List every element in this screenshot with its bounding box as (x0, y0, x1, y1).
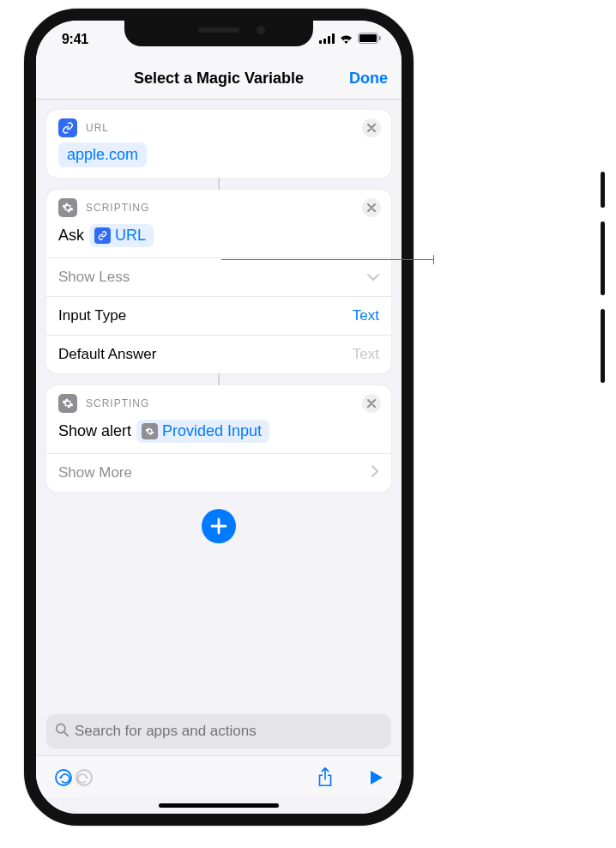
url-value-pill[interactable]: apple.com (58, 142, 147, 167)
device-notch (124, 19, 313, 46)
search-bar[interactable] (46, 714, 391, 748)
clear-action-button[interactable] (362, 198, 381, 217)
gear-icon (58, 198, 77, 217)
share-button[interactable] (316, 766, 335, 789)
svg-rect-1 (323, 39, 326, 44)
link-icon (94, 227, 111, 244)
action-title: Ask (58, 227, 84, 245)
flow-connector (218, 178, 220, 190)
cellular-icon (319, 32, 335, 47)
show-more-row[interactable]: Show More (46, 453, 391, 492)
chevron-down-icon (367, 269, 379, 286)
phone-frame: 9:41 Select a Magic Variable Done URL (24, 9, 414, 826)
action-card-show-alert[interactable]: SCRIPTING Show alert Provided Input Show… (46, 385, 391, 492)
svg-rect-0 (319, 40, 322, 44)
action-category-label: SCRIPTING (86, 202, 149, 214)
wifi-icon (339, 32, 353, 47)
svg-rect-5 (359, 34, 377, 42)
flow-connector (218, 373, 220, 385)
done-button[interactable]: Done (349, 70, 388, 88)
gear-icon (58, 394, 77, 413)
action-card-ask[interactable]: SCRIPTING Ask URL Show Less (46, 190, 391, 373)
default-answer-placeholder: Text (353, 346, 379, 363)
link-icon (58, 118, 77, 137)
magic-variable-url[interactable]: URL (89, 224, 154, 247)
gear-icon (142, 423, 158, 439)
search-icon (55, 723, 69, 741)
callout-tick (433, 255, 434, 264)
page-title: Select a Magic Variable (134, 70, 304, 88)
add-action-button[interactable] (202, 509, 236, 543)
bottom-area (36, 714, 402, 814)
home-indicator (159, 803, 279, 808)
action-category-label: URL (86, 122, 109, 134)
variable-label: URL (115, 227, 146, 245)
search-input[interactable] (75, 723, 383, 740)
action-category-label: SCRIPTING (86, 397, 149, 409)
navigation-bar: Select a Magic Variable Done (36, 58, 402, 100)
show-less-row[interactable]: Show Less (46, 257, 391, 296)
status-time: 9:41 (62, 32, 88, 47)
battery-icon (358, 32, 381, 47)
chevron-right-icon (371, 464, 379, 482)
clear-action-button[interactable] (362, 394, 381, 413)
variable-label: Provided Input (162, 422, 262, 440)
callout-line (221, 259, 434, 260)
svg-rect-6 (379, 36, 381, 40)
redo-button[interactable] (74, 767, 94, 788)
clear-action-button[interactable] (362, 118, 381, 137)
input-type-row[interactable]: Input Type Text (46, 296, 391, 335)
input-type-value: Text (353, 307, 379, 324)
magic-variable-provided-input[interactable]: Provided Input (136, 420, 269, 443)
action-title: Show alert (58, 422, 131, 440)
svg-rect-2 (328, 36, 330, 44)
content-area: URL apple.com SCRIPTING A (36, 100, 402, 721)
action-card-url[interactable]: URL apple.com (46, 110, 391, 178)
svg-point-7 (57, 724, 65, 732)
default-answer-row[interactable]: Default Answer Text (46, 335, 391, 373)
play-button[interactable] (369, 769, 384, 786)
toolbar (36, 755, 402, 798)
svg-rect-3 (332, 33, 335, 44)
svg-marker-12 (371, 771, 383, 784)
undo-button[interactable] (53, 767, 74, 788)
